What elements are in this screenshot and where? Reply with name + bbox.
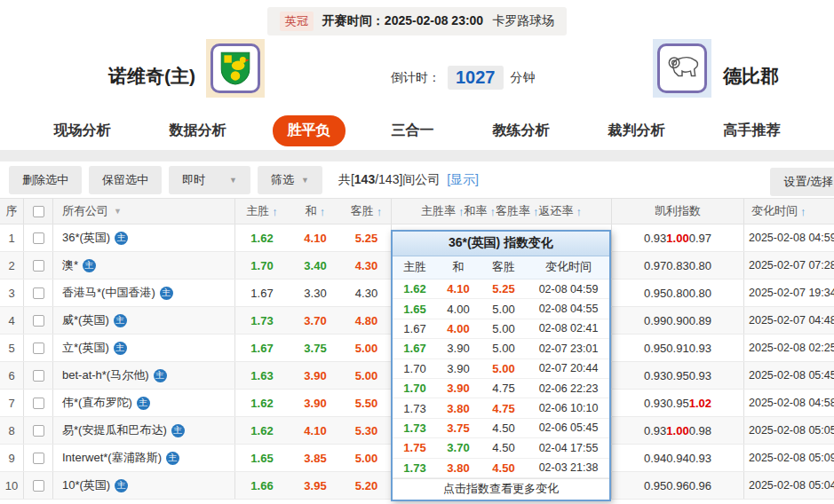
col-header-home[interactable]: 主胜↑	[235, 199, 289, 224]
norwich-crest-icon	[217, 50, 254, 87]
row-index: 2	[0, 252, 24, 279]
kelly-draw: 0.91	[666, 342, 688, 355]
draw-odds[interactable]: 4.10	[289, 417, 342, 444]
company-name[interactable]: 36*(英国)	[62, 230, 110, 246]
popup-change-time: 02-06 22:23	[528, 382, 609, 395]
row-checkbox[interactable]	[33, 370, 44, 382]
row-checkbox[interactable]	[33, 480, 44, 492]
col-header-draw[interactable]: 和↑	[289, 199, 342, 224]
col-header-return-rate[interactable]: 返还率↑	[539, 203, 583, 219]
draw-odds[interactable]: 3.75	[289, 335, 342, 361]
row-checkbox[interactable]	[33, 287, 44, 299]
draw-odds[interactable]: 3.90	[289, 362, 342, 389]
chevron-down-icon: ▼	[114, 207, 122, 216]
tab-1[interactable]: 数据分析	[157, 115, 239, 146]
popup-away-odds: 4.50	[480, 461, 528, 475]
tab-3[interactable]: 三合一	[379, 115, 447, 146]
row-checkbox[interactable]	[33, 232, 44, 244]
company-name[interactable]: 立*(英国)	[62, 340, 109, 356]
row-checkbox[interactable]	[33, 260, 44, 272]
row-checkbox[interactable]	[33, 425, 44, 437]
host-badge-icon: 主	[160, 287, 173, 300]
instant-select[interactable]: 即时 ▼	[169, 166, 250, 194]
popup-draw-odds: 3.80	[437, 461, 480, 475]
home-odds[interactable]: 1.73	[235, 307, 289, 334]
tab-2[interactable]: 胜平负	[273, 115, 346, 146]
home-odds[interactable]: 1.65	[235, 445, 289, 471]
popup-draw-odds: 4.10	[437, 282, 480, 295]
col-header-away-rate[interactable]: 客胜率↑	[496, 203, 539, 219]
home-odds[interactable]: 1.70	[235, 252, 289, 279]
kelly-home: 0.94	[644, 452, 666, 465]
away-odds[interactable]: 5.00	[342, 335, 392, 361]
row-index: 4	[0, 307, 24, 334]
tab-6[interactable]: 高手推荐	[711, 115, 793, 146]
away-odds[interactable]: 5.50	[342, 390, 392, 416]
home-odds[interactable]: 1.62	[235, 224, 289, 251]
away-odds[interactable]: 5.20	[342, 472, 392, 499]
away-odds[interactable]: 4.30	[342, 280, 392, 306]
home-odds[interactable]: 1.63	[235, 362, 289, 389]
draw-odds[interactable]: 3.30	[289, 280, 342, 306]
popup-away-odds: 5.00	[480, 362, 528, 375]
col-header-draw-rate[interactable]: 和率↑	[465, 203, 496, 219]
home-odds[interactable]: 1.62	[235, 390, 289, 416]
row-index: 6	[0, 362, 24, 389]
popup-away-odds: 5.25	[480, 282, 528, 295]
home-odds[interactable]: 1.62	[235, 417, 289, 444]
show-link[interactable]: [显示]	[447, 172, 479, 186]
draw-odds[interactable]: 3.40	[289, 252, 342, 279]
row-checkbox[interactable]	[33, 343, 44, 354]
home-odds[interactable]: 1.67	[235, 280, 289, 306]
company-name[interactable]: 威*(英国)	[62, 312, 109, 328]
draw-odds[interactable]: 3.70	[289, 307, 342, 334]
draw-odds[interactable]: 3.85	[289, 445, 342, 471]
home-odds[interactable]: 1.66	[235, 472, 289, 499]
company-name[interactable]: 香港马*(中国香港)	[62, 285, 155, 301]
company-name[interactable]: 伟*(直布罗陀)	[62, 395, 132, 411]
away-odds[interactable]: 5.25	[342, 224, 392, 251]
popup-change-time: 02-04 17:55	[528, 442, 609, 454]
company-name[interactable]: 易*(安提瓜和巴布达)	[62, 422, 167, 438]
away-odds[interactable]: 4.30	[342, 252, 392, 279]
keep-selected-button[interactable]: 保留选中	[89, 166, 162, 194]
col-header-away[interactable]: 客胜↑	[342, 199, 392, 224]
table-header: 序 所有公司▼ 主胜↑ 和↑ 客胜↑ 主胜率↑ 和率↑ 客胜率↑ 返还率↑ 凯利…	[0, 198, 834, 224]
delete-selected-button[interactable]: 删除选中	[9, 166, 82, 194]
row-checkbox[interactable]	[33, 315, 44, 327]
away-odds[interactable]: 4.80	[342, 307, 392, 334]
company-name[interactable]: bet-at-h*(马尔他)	[62, 367, 149, 383]
change-time: 2025-02-08 05:09	[744, 445, 834, 471]
away-odds[interactable]: 5.00	[342, 362, 392, 389]
change-time: 2025-02-08 05:45	[744, 362, 834, 389]
countdown-label: 倒计时：	[391, 70, 441, 86]
company-name[interactable]: Interwet*(塞浦路斯)	[62, 450, 162, 466]
col-header-time[interactable]: 变化时间↑	[744, 199, 834, 224]
company-name[interactable]: 澳*	[62, 257, 78, 273]
away-odds[interactable]: 5.30	[342, 417, 392, 444]
settings-button[interactable]: 设置/选择	[770, 168, 834, 196]
popup-more-link[interactable]: 点击指数查看更多变化	[393, 478, 609, 500]
select-all-checkbox[interactable]	[33, 206, 44, 217]
company-name[interactable]: 10*(英国)	[62, 477, 110, 493]
kelly-draw: 0.90	[666, 314, 688, 327]
col-header-home-rate[interactable]: 主胜率↑	[421, 203, 465, 219]
filter-select[interactable]: 筛选 ▼	[258, 166, 322, 194]
draw-odds[interactable]: 3.95	[289, 472, 342, 499]
draw-odds[interactable]: 3.90	[289, 390, 342, 416]
away-odds[interactable]: 5.00	[342, 445, 392, 471]
row-checkbox[interactable]	[33, 453, 44, 464]
draw-odds[interactable]: 4.10	[289, 224, 342, 251]
tab-5[interactable]: 裁判分析	[596, 115, 678, 146]
tab-0[interactable]: 现场分析	[42, 115, 123, 146]
popup-row: 1.67 3.90 5.00 02-07 23:01	[393, 339, 609, 358]
popup-draw-odds: 3.80	[437, 402, 480, 415]
sort-up-icon: ↑	[800, 205, 806, 218]
league-badge: 英冠	[280, 12, 314, 31]
home-odds[interactable]: 1.67	[235, 335, 289, 361]
kelly-away: 0.93	[689, 369, 711, 382]
row-checkbox[interactable]	[33, 398, 44, 409]
kelly-away: 0.97	[689, 232, 711, 245]
tab-4[interactable]: 教练分析	[481, 115, 562, 146]
col-header-company[interactable]: 所有公司▼	[53, 199, 235, 224]
